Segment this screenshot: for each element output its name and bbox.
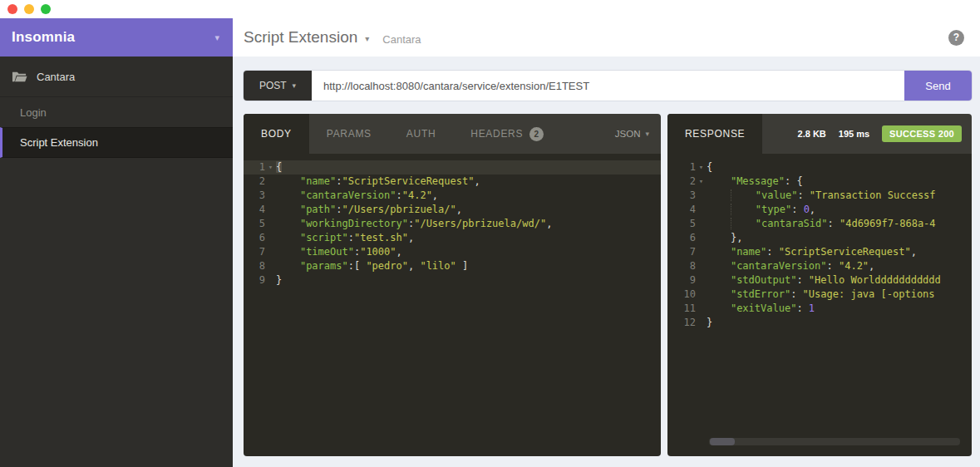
- chevron-down-icon: ▾: [293, 81, 297, 90]
- horizontal-scrollbar[interactable]: [709, 438, 960, 445]
- fold-spacer: [265, 245, 276, 259]
- request-tabbar: BODY PARAMS AUTH HEADERS 2 JSON ▾: [244, 114, 661, 154]
- fold-spacer: [696, 316, 707, 330]
- tab-headers[interactable]: HEADERS 2: [453, 114, 561, 154]
- folder-open-icon: [12, 71, 27, 83]
- line-number: 5: [244, 217, 265, 231]
- response-size: 2.8 KB: [798, 129, 826, 139]
- request-panel: BODY PARAMS AUTH HEADERS 2 JSON ▾: [244, 114, 661, 456]
- code-text: },: [707, 231, 972, 245]
- code-text: "workingDirectory":"/Users/pbrizuela/wd/…: [276, 217, 661, 231]
- code-text: "Message": {: [707, 175, 972, 189]
- code-line[interactable]: 5 "cantaraSid": "4d6969f7-868a-4: [667, 217, 972, 231]
- app-menu-dropdown[interactable]: Insomnia ▾: [0, 18, 233, 57]
- code-line[interactable]: 9}: [244, 273, 661, 288]
- window-close-button[interactable]: [7, 4, 17, 14]
- line-number: 10: [667, 288, 696, 302]
- code-line[interactable]: 1▾{: [244, 160, 661, 175]
- line-number: 8: [667, 259, 696, 273]
- sidebar-item-login[interactable]: Login: [0, 96, 233, 127]
- fold-spacer: [265, 175, 276, 189]
- sidebar-item-label: Login: [20, 106, 47, 119]
- line-number: 11: [667, 302, 696, 316]
- fold-spacer: [696, 189, 707, 203]
- line-number: 12: [667, 316, 696, 330]
- sidebar-folder-label: Cantara: [37, 71, 75, 83]
- code-line[interactable]: 8 "params":[ "pedro", "lilo" ]: [244, 259, 661, 273]
- code-line[interactable]: 5 "workingDirectory":"/Users/pbrizuela/w…: [244, 217, 661, 231]
- code-line[interactable]: 2▾ "Message": {: [667, 175, 972, 189]
- code-line[interactable]: 11 "exitValue": 1: [667, 302, 972, 316]
- help-icon[interactable]: ?: [948, 30, 964, 46]
- window-minimize-button[interactable]: [24, 4, 34, 14]
- request-body-editor[interactable]: 1▾{2 "name":"ScriptServiceRequest",3 "ca…: [244, 154, 661, 456]
- url-input[interactable]: [312, 71, 904, 101]
- code-line[interactable]: 1▾{: [667, 160, 972, 175]
- sidebar-item-script-extension[interactable]: Script Extension: [0, 127, 233, 158]
- tab-label: HEADERS: [470, 128, 523, 140]
- code-text: "params":[ "pedro", "lilo" ]: [276, 259, 661, 273]
- method-label: POST: [259, 80, 287, 91]
- status-badge: SUCCESS 200: [882, 125, 962, 142]
- sidebar-item-label: Script Extension: [20, 136, 98, 149]
- code-text: "script":"test.sh",: [276, 231, 661, 245]
- tab-body[interactable]: BODY: [244, 114, 309, 154]
- code-line[interactable]: 10 "stdError": "Usage: java [-options: [667, 288, 972, 302]
- content-type-dropdown[interactable]: JSON ▾: [615, 129, 649, 139]
- tab-response[interactable]: RESPONSE: [667, 114, 762, 154]
- fold-arrow-icon[interactable]: ▾: [696, 160, 707, 175]
- line-number: 5: [667, 217, 696, 231]
- code-text: "name":"ScriptServiceRequest",: [276, 175, 661, 189]
- window-zoom-button[interactable]: [41, 4, 51, 14]
- content-type-label: JSON: [615, 129, 641, 139]
- code-text: "cantaraVersion":"4.2",: [276, 189, 661, 203]
- fold-arrow-icon[interactable]: ▾: [265, 160, 276, 175]
- code-line[interactable]: 4 "type": 0,: [667, 203, 972, 217]
- tab-params[interactable]: PARAMS: [309, 114, 389, 154]
- code-line[interactable]: 6 "script":"test.sh",: [244, 231, 661, 245]
- scrollbar-thumb[interactable]: [710, 438, 735, 445]
- code-line[interactable]: 8 "cantaraVersion": "4.2",: [667, 259, 972, 273]
- code-line[interactable]: 7 "timeOut":"1000",: [244, 245, 661, 259]
- method-dropdown[interactable]: POST ▾: [244, 71, 312, 101]
- app-title: Insomnia: [12, 29, 75, 46]
- line-number: 7: [667, 245, 696, 259]
- line-number: 8: [244, 259, 265, 273]
- line-number: 4: [244, 203, 265, 217]
- fold-arrow-icon[interactable]: ▾: [696, 175, 707, 189]
- response-body-editor[interactable]: 1▾{2▾ "Message": {3 "value": "Transactio…: [667, 154, 972, 456]
- send-button[interactable]: Send: [904, 71, 972, 101]
- headers-count-badge: 2: [529, 127, 544, 141]
- tab-label: RESPONSE: [685, 128, 745, 140]
- fold-spacer: [696, 273, 707, 288]
- code-text: "type": 0,: [707, 203, 972, 217]
- code-line[interactable]: 4 "path":"/Users/pbrizuela/",: [244, 203, 661, 217]
- line-number: 9: [667, 273, 696, 288]
- response-meta: 2.8 KB 195 ms SUCCESS 200: [798, 125, 962, 142]
- code-text: {: [707, 160, 972, 175]
- request-name-dropdown[interactable]: Script Extension ▾: [244, 28, 369, 47]
- code-line[interactable]: 3 "cantaraVersion":"4.2",: [244, 189, 661, 203]
- code-line[interactable]: 12}: [667, 316, 972, 330]
- chevron-down-icon: ▾: [214, 32, 219, 43]
- code-line[interactable]: 9 "stdOutput": "Hello Worlddddddddddd: [667, 273, 972, 288]
- response-panel: RESPONSE 2.8 KB 195 ms SUCCESS 200 1▾{2▾…: [667, 114, 972, 456]
- main-area: Script Extension ▾ Cantara ? POST ▾ Send…: [233, 18, 980, 467]
- code-line[interactable]: 3 "value": "Transaction Successf: [667, 189, 972, 203]
- fold-spacer: [265, 259, 276, 273]
- line-number: 2: [244, 175, 265, 189]
- content-area: POST ▾ Send BODY PARAMS AUTH: [233, 57, 980, 467]
- tab-label: AUTH: [406, 128, 436, 140]
- tab-auth[interactable]: AUTH: [389, 114, 453, 154]
- code-text: "stdOutput": "Hello Worlddddddddddd: [707, 273, 972, 288]
- fold-spacer: [696, 231, 707, 245]
- code-line[interactable]: 2 "name":"ScriptServiceRequest",: [244, 175, 661, 189]
- fold-spacer: [265, 231, 276, 245]
- code-text: "stdError": "Usage: java [-options: [707, 288, 972, 302]
- code-text: "value": "Transaction Successf: [707, 189, 972, 203]
- sidebar-folder-cantara[interactable]: Cantara: [0, 57, 233, 96]
- response-time: 195 ms: [839, 129, 869, 139]
- code-line[interactable]: 6 },: [667, 231, 972, 245]
- code-line[interactable]: 7 "name": "ScriptServiceRequest",: [667, 245, 972, 259]
- fold-spacer: [265, 273, 276, 288]
